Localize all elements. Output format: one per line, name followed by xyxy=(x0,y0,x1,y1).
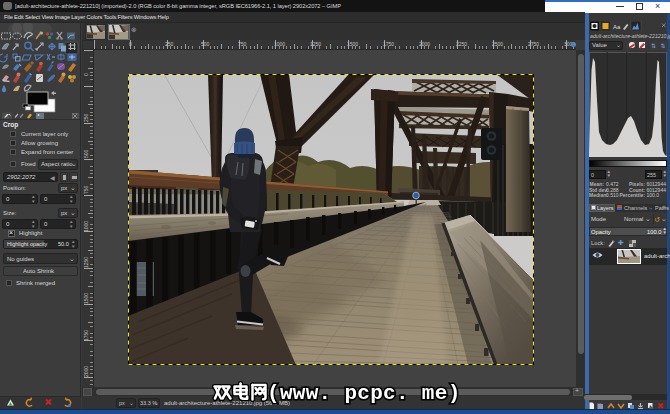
svg-text:Aa: Aa xyxy=(613,24,621,30)
svg-text:(www. pcpc. me): (www. pcpc. me) xyxy=(267,382,461,405)
